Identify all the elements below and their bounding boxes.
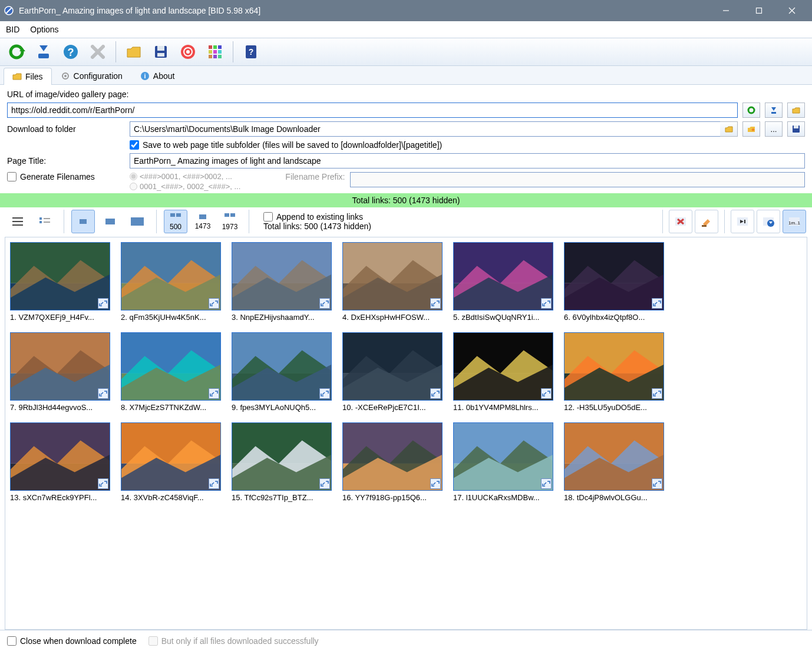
thumbnail[interactable] [453,422,553,491]
view-large-button[interactable] [126,210,149,233]
svg-rect-27 [213,55,217,58]
folder-browse-button[interactable]: ... [765,121,783,137]
thumb-cell[interactable]: 9. fpes3MYLAoNUQh5... [232,332,332,412]
svg-rect-44 [39,217,42,220]
link-icon [652,478,662,489]
thumb-cell[interactable]: 3. NnpEZHijvshaamdY... [232,242,332,322]
thumbnail[interactable] [121,242,221,310]
thumbnail[interactable] [10,242,110,310]
thumb-cell[interactable]: 1. VZM7QXEFj9_H4Fv... [10,242,110,322]
thumb-cell[interactable]: 5. zBdtIsiSwQUqNRY1i... [453,242,553,322]
svg-rect-52 [176,213,181,217]
link-icon [319,298,330,309]
generate-filenames-checkbox[interactable] [7,172,16,181]
close-when-complete-row[interactable]: Close when download complete [7,636,137,646]
thumb-cell[interactable]: 12. -H35LU5yuDO5dE... [564,332,664,412]
menu-options[interactable]: Options [30,25,58,34]
thumb-cell[interactable]: 7. 9RbJl3Hd44egvvoS... [10,332,110,412]
thumb-cell[interactable]: 6. 6V0ylhbx4izQtpf8O... [564,242,664,322]
thumb-cell[interactable]: 2. qFm35KjUHw4K5nK... [121,242,221,322]
svg-rect-53 [199,214,206,219]
window-title: EarthPorn_ Amazing images of light and l… [19,6,709,15]
settings-button[interactable] [176,40,200,64]
thumbnail[interactable] [564,422,664,491]
download-button[interactable] [32,40,55,64]
link-icon [541,298,552,309]
reload-button[interactable] [5,40,28,64]
close-button[interactable] [775,0,808,21]
gallery-scroll[interactable]: 1. VZM7QXEFj9_H4Fv... 2. qFm35KjUHw4K5nK… [5,237,807,630]
thumb-cell[interactable]: 17. l1UUCKaRxsMDBw... [453,422,553,502]
thumb-caption: 5. zBdtIsiSwQUqNRY1i... [453,313,553,322]
thumbnail[interactable] [121,422,221,491]
help-button[interactable]: ? [59,40,82,64]
open-folder-button[interactable] [122,40,146,64]
thumbnail[interactable] [342,332,443,401]
tab-about[interactable]: i About [131,67,184,84]
thumb-cell[interactable]: 11. 0b1YV4MPM8Lhlrs... [453,332,553,412]
page-title-input[interactable] [130,153,805,168]
skip-button[interactable] [731,210,754,233]
save-subfolder-checkbox-row[interactable]: Save to web page title subfolder (files … [130,140,805,150]
thumb-cell[interactable]: 18. tDc4jP8wlvOLGGu... [564,422,664,502]
gear-icon [61,71,70,81]
thumbnail[interactable] [232,332,332,401]
thumbnail[interactable] [121,332,221,401]
thumbnail[interactable] [564,242,664,310]
thumbnail[interactable] [232,242,332,310]
rename-button[interactable]: 1m..1 [783,210,806,233]
tab-configuration[interactable]: Configuration [52,67,131,84]
minimize-button[interactable] [709,0,742,21]
thumb-cell[interactable]: 8. X7MjcEzS7TNKZdW... [121,332,221,412]
save-subfolder-checkbox[interactable] [130,140,139,150]
view-medium-button[interactable] [98,210,122,233]
url-input[interactable] [7,103,738,118]
append-checkbox[interactable] [263,212,273,222]
maximize-button[interactable] [742,0,775,21]
generate-filenames-row[interactable]: Generate Filenames [7,172,125,181]
but-only-label: But only if all files downloaded success… [161,636,319,646]
thumbnail[interactable] [564,332,664,401]
thumb-cell[interactable]: 13. sXCn7wREck9YPFl... [10,422,110,502]
link-icon [319,478,330,489]
save-button[interactable] [149,40,173,64]
filter-500-button[interactable]: 500 [164,210,187,233]
thumb-cell[interactable]: 10. -XCEeRePjcE7C1I... [342,332,443,412]
link-icon [98,298,108,309]
folder-favorite-button[interactable] [742,121,760,137]
manual-button[interactable]: ? [239,40,263,64]
link-icon [430,298,441,309]
thumbnail[interactable] [453,242,553,310]
filter-1473-button[interactable]: 1473 [191,210,214,233]
thumb-cell[interactable]: 16. YY7f918G-pp15Q6... [342,422,443,502]
clear-button[interactable] [695,210,718,233]
thumb-cell[interactable]: 4. DxEHXspHwHFOSW... [342,242,443,322]
thumbnail[interactable] [232,422,332,491]
download-selection-button[interactable] [757,210,780,233]
grid-button[interactable] [203,40,227,64]
url-download-button[interactable] [765,103,783,118]
filter-1973-button[interactable]: 1973 [218,210,242,233]
folder-input[interactable] [130,121,720,137]
view-list-button[interactable] [6,210,29,233]
svg-rect-16 [157,53,164,57]
url-folder-button[interactable] [787,103,805,118]
folder-save-button[interactable] [787,121,805,137]
pattern-radio-1 [130,173,137,180]
thumbnail[interactable] [10,332,110,401]
view-details-button[interactable] [33,210,57,233]
link-icon [98,388,108,399]
view-small-button[interactable] [71,210,95,233]
url-reload-button[interactable] [742,103,760,118]
folder-browse-inline-button[interactable] [720,121,738,137]
menu-bid[interactable]: BID [6,25,19,34]
thumbnail[interactable] [10,422,110,491]
thumb-cell[interactable]: 15. TfCc92s7TIp_BTZ... [232,422,332,502]
thumbnail[interactable] [342,242,443,310]
thumb-cell[interactable]: 14. 3XVbR-zC458ViqF... [121,422,221,502]
delete-selection-button[interactable] [669,210,692,233]
thumbnail[interactable] [342,422,443,491]
thumbnail[interactable] [453,332,553,401]
tab-files[interactable]: Files [4,68,52,85]
close-when-complete-checkbox[interactable] [7,636,16,646]
